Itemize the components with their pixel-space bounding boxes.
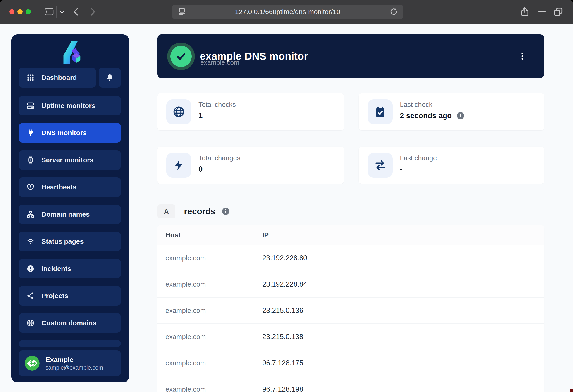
swap-icon bbox=[374, 159, 387, 172]
server-stack-icon bbox=[26, 102, 35, 110]
table-row: example.com 23.215.0.138 bbox=[157, 324, 544, 350]
user-card[interactable]: Example sample@example.com bbox=[19, 350, 121, 376]
plug-icon bbox=[26, 129, 35, 137]
sidebar: Dashboard Uptime monitors DNS monitors S… bbox=[11, 35, 129, 382]
records-info-icon[interactable] bbox=[221, 207, 230, 216]
stat-value: 2 seconds ago bbox=[400, 111, 452, 120]
stat-value: 1 bbox=[198, 111, 202, 120]
sidebar-item-status-pages[interactable]: Status pages bbox=[19, 232, 121, 251]
share-button[interactable] bbox=[519, 7, 530, 17]
page: Dashboard Uptime monitors DNS monitors S… bbox=[0, 24, 573, 392]
table-row: example.com 23.192.228.80 bbox=[157, 245, 544, 271]
forward-icon bbox=[87, 7, 98, 17]
monitor-hostname: example.com bbox=[200, 59, 239, 66]
sidebar-item-heartbeats[interactable]: Heartbeats bbox=[19, 178, 121, 197]
bolt-icon bbox=[172, 159, 185, 172]
address-bar[interactable]: 127.0.0.1/66uptime/dns-monitor/10 bbox=[172, 4, 403, 19]
ip-cell: 96.7.128.175 bbox=[262, 350, 303, 376]
stat-card-last-check: Last check 2 seconds ago bbox=[359, 93, 544, 130]
notifications-button[interactable] bbox=[99, 68, 121, 88]
host-cell: example.com bbox=[165, 298, 206, 323]
stat-label: Last check bbox=[400, 101, 432, 108]
kebab-icon bbox=[518, 52, 527, 61]
plus-icon bbox=[537, 7, 547, 17]
host-cell: example.com bbox=[165, 350, 206, 376]
stat-value: - bbox=[400, 165, 402, 173]
stat-icon-tile bbox=[166, 153, 191, 178]
table-row: example.com 23.192.228.84 bbox=[157, 271, 544, 298]
dashboard-label: Dashboard bbox=[41, 74, 77, 81]
tab-overview-button[interactable] bbox=[553, 7, 563, 17]
back-button[interactable] bbox=[71, 7, 81, 17]
stat-card-total-checks: Total checks 1 bbox=[157, 93, 344, 130]
ip-cell: 96.7.128.198 bbox=[262, 376, 303, 392]
close-button[interactable] bbox=[9, 9, 15, 14]
stats-grid: Total checks 1 Last check 2 seconds ago … bbox=[157, 93, 544, 184]
sidebar-toggle-icon bbox=[44, 7, 54, 17]
forward-button[interactable] bbox=[87, 7, 98, 17]
sidebar-item-domain-names[interactable]: Domain names bbox=[19, 205, 121, 224]
sidebar-item-partial[interactable] bbox=[19, 340, 121, 347]
cpu-icon bbox=[26, 156, 35, 164]
share-nodes-icon bbox=[26, 292, 35, 300]
host-column-header: Host bbox=[165, 225, 180, 245]
url-text: 127.0.0.1/66uptime/dns-monitor/10 bbox=[235, 8, 340, 16]
heart-pulse-icon bbox=[26, 183, 35, 191]
grid-icon bbox=[26, 73, 35, 82]
zoom-button[interactable] bbox=[26, 9, 31, 14]
stat-icon-tile bbox=[166, 99, 191, 124]
host-cell: example.com bbox=[165, 376, 206, 392]
stat-card-last-change: Last change - bbox=[359, 147, 544, 184]
sidebar-item-projects[interactable]: Projects bbox=[19, 286, 121, 305]
alert-circle-icon bbox=[26, 265, 35, 273]
globe-icon bbox=[172, 106, 185, 118]
chevron-down-icon bbox=[58, 8, 66, 15]
user-email: sample@example.com bbox=[45, 364, 103, 371]
stat-info-icon[interactable] bbox=[456, 111, 465, 120]
sidebar-item-custom-domains[interactable]: Custom domains bbox=[19, 313, 121, 333]
stat-label: Last change bbox=[400, 154, 437, 162]
records-table-body: example.com 23.192.228.80 example.com 23… bbox=[157, 245, 544, 392]
monitor-menu-button[interactable] bbox=[514, 46, 530, 67]
app-logo bbox=[57, 39, 84, 66]
nav-label: Server monitors bbox=[41, 156, 93, 164]
calendar-check-icon bbox=[374, 106, 387, 118]
nav-label: DNS monitors bbox=[41, 129, 87, 137]
ip-cell: 23.215.0.136 bbox=[262, 298, 303, 323]
nav-label: Heartbeats bbox=[41, 183, 76, 191]
ip-cell: 23.192.228.84 bbox=[262, 271, 307, 297]
sidebar-toggle-button[interactable] bbox=[44, 7, 54, 17]
nav-label: Status pages bbox=[41, 238, 84, 245]
sidebar-item-dashboard[interactable]: Dashboard bbox=[19, 68, 96, 88]
record-type-badge: A bbox=[157, 204, 175, 218]
sidebar-item-uptime-monitors[interactable]: Uptime monitors bbox=[19, 96, 121, 115]
minimize-button[interactable] bbox=[18, 9, 23, 14]
reload-button[interactable] bbox=[389, 7, 399, 17]
tabs-icon bbox=[553, 7, 563, 17]
toolbar-chevron-button[interactable] bbox=[58, 8, 66, 15]
bell-icon bbox=[106, 73, 114, 82]
monitor-header-card: example DNS monitor example.com bbox=[157, 35, 544, 78]
check-icon bbox=[175, 51, 187, 62]
back-icon bbox=[71, 7, 81, 17]
records-heading: records bbox=[184, 207, 215, 216]
stat-label: Total checks bbox=[198, 101, 236, 108]
sidebar-item-incidents[interactable]: Incidents bbox=[19, 259, 121, 278]
nav-label: Domain names bbox=[41, 211, 90, 218]
sidebar-item-dns-monitors[interactable]: DNS monitors bbox=[19, 123, 121, 143]
ip-cell: 23.192.228.80 bbox=[262, 245, 307, 271]
new-tab-button[interactable] bbox=[537, 7, 547, 17]
table-row: example.com 96.7.128.198 bbox=[157, 376, 544, 392]
status-ring bbox=[167, 43, 195, 70]
wifi-icon bbox=[26, 237, 35, 246]
reader-icon[interactable] bbox=[177, 7, 187, 18]
table-row: example.com 96.7.128.175 bbox=[157, 350, 544, 376]
sidebar-item-server-monitors[interactable]: Server monitors bbox=[19, 150, 121, 170]
stat-icon-tile bbox=[368, 99, 393, 124]
share-icon bbox=[519, 7, 530, 17]
status-up-indicator bbox=[170, 46, 192, 67]
stat-icon-tile bbox=[368, 153, 393, 178]
avatar bbox=[25, 356, 40, 371]
records-heading-row: A records bbox=[157, 204, 230, 218]
host-cell: example.com bbox=[165, 324, 206, 350]
